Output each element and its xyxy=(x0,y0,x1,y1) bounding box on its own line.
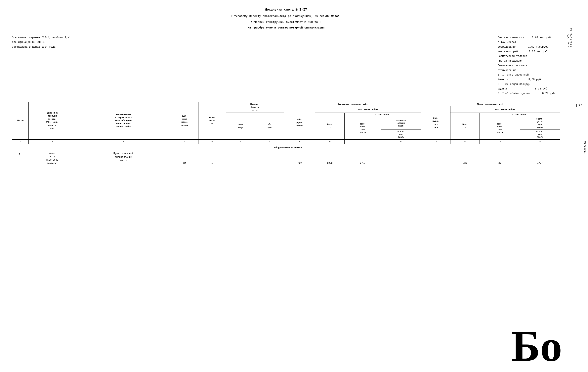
th-total-eq: Обо-рудо-ва-ния xyxy=(421,106,451,140)
col-n-3: 3 xyxy=(76,140,171,144)
info-right-row13: 3. I м3 объёма здания 0,29 руб. xyxy=(498,91,556,96)
row1-tm-base: I7,7 xyxy=(520,151,560,166)
col-n-4: 4 xyxy=(171,140,199,144)
row1-pm-all: 20,2 xyxy=(315,151,345,166)
col-n-7: 7 xyxy=(255,140,284,144)
row1-total-eq: 720 xyxy=(451,151,480,166)
th-mass: Масса,тбруттонетто xyxy=(226,102,284,113)
th-tm-incl: в том числе: xyxy=(480,113,560,117)
th-price-eq: Обо-рудо-вания xyxy=(284,106,315,140)
label-oborud: оборудования xyxy=(498,45,516,49)
info-right-row8: стоимость на: xyxy=(498,68,556,73)
th-name: Наименованиеи характерис-тика оборудо-ва… xyxy=(76,102,171,140)
value-obem: 0,29 руб. xyxy=(542,91,556,96)
col-n-14: I4 xyxy=(480,140,520,144)
th-tm-exp: экспл-уата-циимашин xyxy=(520,117,560,130)
info-right-row3: оборудования I,52 тыс.руб. xyxy=(498,45,556,49)
col-n-11: II xyxy=(381,140,421,144)
col-n-9: 9 xyxy=(315,140,345,144)
header-row-1: №№ пп Шифр и №позицийпр-нта,УСН, цен-ник… xyxy=(12,102,560,106)
th-price-mount: монтажных работ xyxy=(315,106,421,113)
value-smeta: I,80 тыс.руб. xyxy=(532,35,552,40)
big-letter: Бо xyxy=(511,324,562,368)
info-right-row12: здания I,72 руб. xyxy=(498,87,556,91)
info-right: Сметная стоимость I,80 тыс.руб. в том чи… xyxy=(498,35,556,96)
row1-pm-exp-sub xyxy=(421,151,451,166)
row1-mass-unit xyxy=(226,151,255,166)
label-obem: 3. I м3 объёма здания xyxy=(498,91,530,96)
page-container: арф. УТ- 3I3-2-I8.86 Локальная смета № I… xyxy=(12,8,576,165)
info-right-row2: в том числе: xyxy=(498,40,556,44)
info-right-row9: I. I тонну расчетной xyxy=(498,73,556,77)
info-left-line2: спецификация СС СОI-4 xyxy=(12,40,69,44)
th-qty: Коли-чест-во xyxy=(198,102,226,140)
data-row-1: I. I6-02ин.2п.03-0046I0-742-I Пульт пожа… xyxy=(12,151,560,166)
page-title: Локальная смета № I-I7 xyxy=(12,8,560,11)
row1-num: I. xyxy=(12,151,29,166)
row1-pm-exp xyxy=(381,151,421,166)
th-pm-incl: в том числе: xyxy=(345,113,421,117)
row1-mass-total xyxy=(255,151,284,166)
row1-qty: I xyxy=(198,151,226,166)
th-pm-base: осно-внойзар-платы xyxy=(345,117,381,140)
col-numbers-row: I 2 3 4 5 6 7 8 9 IO II I2 I3 I4 I5 xyxy=(12,140,560,144)
label-smeta: Сметная стоимость xyxy=(498,35,524,40)
row1-unit: шт xyxy=(171,151,199,166)
th-unit: Еди-ницаизме-рения xyxy=(171,102,199,140)
section-title: I. Оборудование и монтаж xyxy=(12,144,560,151)
col-n-15: I5 xyxy=(520,140,560,144)
info-right-row7: Показатели по смете xyxy=(498,63,556,68)
col-n-8: 8 xyxy=(284,140,315,144)
table-section: I23 xyxy=(12,102,576,165)
value-zdanie: I,72 руб. xyxy=(535,87,549,91)
info-left-line1: Основание: чертежи ССI-4, альбомы I,У xyxy=(12,35,69,40)
right-number: I23 xyxy=(577,104,582,107)
main-table: №№ пп Шифр и №позицийпр-нта,УСН, цен-ник… xyxy=(12,102,560,165)
info-left-line3: Составлена в ценах 1984 года xyxy=(12,45,69,49)
bottom-number: 2I067-06 xyxy=(584,141,587,154)
subtitle2: лических конструкций вместимостью 500 то… xyxy=(12,20,560,24)
info-right-row5: нормативная условно- xyxy=(498,54,556,58)
info-left: Основание: чертежи ССI-4, альбомы I,У сп… xyxy=(12,35,69,96)
th-mass-total: об-щая xyxy=(255,113,284,140)
row1-pm-base: I7,7 xyxy=(345,151,381,166)
label-montazh: монтажных работ xyxy=(498,49,521,54)
th-pm-exp-sub: в т.ч.зар-платы xyxy=(381,130,421,140)
th-total: Общая стоимость, руб. xyxy=(421,102,560,106)
info-right-row11: 2. I м2 общей площади xyxy=(498,82,556,87)
col-n-6: 6 xyxy=(226,140,255,144)
info-right-row10: ёмкости 3,56 руб. xyxy=(498,77,556,82)
col-n-2: 2 xyxy=(29,140,76,144)
th-price-unit: Стоимость единицы, руб. xyxy=(284,102,421,106)
th-total-mount: монтажных работ xyxy=(451,106,560,113)
row1-price-eq: 720 xyxy=(284,151,315,166)
th-tm-base: осно-внойзар-платы xyxy=(480,117,520,140)
col-n-1: I xyxy=(12,140,29,144)
row1-name: Пульт пожарнойсигнализацииШПС-I xyxy=(76,151,171,166)
th-num: №№ пп xyxy=(12,102,29,140)
th-pm-all: Все-го xyxy=(315,113,345,140)
value-emkost: 3,56 руб. xyxy=(528,77,542,82)
col-n-5: 5 xyxy=(198,140,226,144)
subtitle1: к типовому проекту овощехранилища (с охл… xyxy=(12,14,560,18)
col-n-10: IO xyxy=(345,140,381,144)
section-header-row: I. Оборудование и монтаж xyxy=(12,144,560,151)
info-right-row1: Сметная стоимость I,80 тыс.руб. xyxy=(498,35,556,40)
th-pm-exp: экс-плу-атациимашин xyxy=(381,117,421,130)
col-n-13: I3 xyxy=(451,140,480,144)
row1-tm-all: 20 xyxy=(480,151,520,166)
info-right-row4: монтажных работ 0,28 тыс.руб. xyxy=(498,49,556,54)
th-mass-unit: еди-ницы xyxy=(226,113,255,140)
label-zdanie: здания xyxy=(498,87,507,91)
title-section: Локальная смета № I-I7 к типовому проект… xyxy=(12,8,576,29)
subtitle3: На приобретение и монтаж пожарной сигнал… xyxy=(12,26,560,29)
info-right-row6: чистая продукция xyxy=(498,59,556,63)
row1-code: I6-02ин.2п.03-0046I0-742-I xyxy=(29,151,76,166)
th-tm-all: Все-го xyxy=(451,113,480,140)
col-n-12: I2 xyxy=(421,140,451,144)
th-tm-exp-sub: в т.ч.зар-платы xyxy=(520,130,560,140)
label-emkost: ёмкости xyxy=(498,77,509,82)
value-oborud: I,52 тыс.руб. xyxy=(528,45,548,49)
th-code: Шифр и №позицийпр-нта,УСН, цен-ника идр. xyxy=(29,102,76,140)
value-montazh: 0,28 тыс.руб. xyxy=(529,49,549,54)
